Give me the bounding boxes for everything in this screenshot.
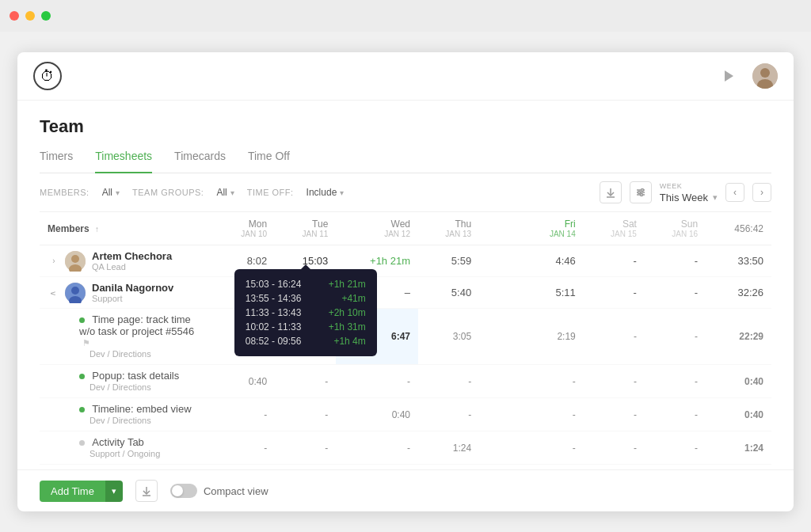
table-row: Popup: task details Dev / Directions 0:4… [40, 365, 771, 398]
prev-week-button[interactable]: ‹ [725, 183, 744, 202]
members-column-header: Members ↑ [40, 212, 214, 245]
svg-marker-0 [725, 70, 733, 82]
task-dot [79, 374, 85, 379]
mon-column-header: Mon JAN 10 [214, 212, 275, 245]
danila-fri: 5:11 [479, 277, 584, 309]
export-button[interactable] [135, 480, 158, 502]
app-logo: ⏱ [33, 62, 62, 90]
danila-thu: 5:40 [418, 277, 479, 309]
tab-timeoff[interactable]: Time Off [248, 150, 290, 173]
week-chevron-icon: ▾ [713, 192, 718, 203]
app-container: ⏱ Team [0, 32, 811, 532]
member-info: Danila Nagornov Support [92, 282, 173, 303]
task-cell: Activity Tab Support / Ongoing [40, 431, 214, 465]
maximize-btn[interactable] [41, 11, 51, 21]
minimize-btn[interactable] [25, 11, 35, 21]
top-bar: ⏱ [17, 52, 794, 101]
danila-sun: - [645, 277, 706, 309]
add-time-button[interactable]: Add Time [40, 481, 105, 502]
task-cell: Popup: task details Dev / Directions [40, 365, 214, 398]
time-tooltip: 15:03 - 16:24+1h 21m 13:55 - 14:36+41m 1… [234, 269, 377, 356]
artem-thu: 5:59 [418, 245, 479, 277]
timeoff-chevron-icon: ▾ [340, 188, 344, 197]
member-info: Artem Chechora QA Lead [92, 250, 172, 272]
svg-point-15 [71, 287, 79, 294]
task-cell: Timeline: embed view Dev / Directions [40, 398, 214, 431]
filters-right: WEEK This Week ▾ ‹ › [600, 181, 771, 203]
play-button[interactable] [718, 65, 740, 87]
add-time-dropdown-button[interactable]: ▾ [105, 481, 123, 502]
artem-tue: 15:03 15:03 - 16:24+1h 21m 13:55 - 14:36… [275, 245, 336, 277]
wed-column-header: Wed JAN 12 [336, 212, 418, 245]
members-filter-label: MEMBERS: [40, 188, 89, 197]
artem-fri: 4:46 [479, 245, 584, 277]
groups-filter-label: TEAM GROUPS: [132, 188, 204, 197]
timer-icon: ⏱ [40, 68, 55, 85]
main-window: ⏱ Team [17, 52, 794, 511]
member-cell: › Artem Chechora [40, 245, 214, 277]
danila-sat: - [584, 277, 645, 309]
task-dot [79, 317, 85, 323]
tue-column-header: Tue JAN 11 [275, 212, 336, 245]
tab-timers[interactable]: Timers [40, 150, 73, 173]
download-button[interactable] [600, 181, 622, 203]
members-filter-select[interactable]: All ▾ [102, 187, 120, 198]
expand-icon[interactable]: ∨ [48, 287, 60, 299]
svg-point-2 [760, 68, 770, 78]
member-cell: ∨ Danila Nagornov [40, 277, 214, 309]
titlebar [0, 0, 811, 32]
add-time-wrapper: Add Time ▾ [40, 481, 123, 502]
members-chevron-icon: ▾ [116, 188, 120, 197]
table-row: Timeline: embed view Dev / Directions - … [40, 398, 771, 431]
svg-point-9 [638, 192, 640, 194]
toggle-knob [172, 485, 183, 496]
table-row: ∨ Danila Nagornov [40, 277, 771, 309]
task-dot [79, 440, 85, 446]
bottom-bar: Add Time ▾ Compact view [17, 469, 794, 511]
fri-column-header: Fri JAN 14 [479, 212, 584, 245]
toggle-switch[interactable] [170, 484, 197, 498]
tab-timecards[interactable]: Timecards [174, 150, 226, 173]
top-right-controls [718, 63, 778, 89]
svg-point-12 [71, 255, 79, 263]
task-dot [79, 407, 85, 412]
close-btn[interactable] [10, 11, 19, 21]
next-week-button[interactable]: › [752, 183, 771, 202]
settings-filter-button[interactable] [630, 181, 652, 203]
artem-sun: - [645, 245, 706, 277]
sat-column-header: Sat JAN 15 [584, 212, 645, 245]
artem-sat: - [584, 245, 645, 277]
compact-view-toggle[interactable]: Compact view [170, 484, 268, 498]
table-row: Time page: track time w/o task or projec… [40, 309, 771, 365]
svg-point-8 [641, 189, 643, 192]
page-title: Team [40, 116, 771, 137]
svg-point-10 [640, 194, 642, 196]
expand-icon[interactable]: › [48, 255, 60, 268]
compact-view-label: Compact view [204, 485, 268, 497]
task-flag-icon: ⚑ [82, 338, 90, 348]
danila-total: 32:26 [706, 277, 771, 309]
artem-total: 33:50 [706, 245, 771, 277]
groups-chevron-icon: ▾ [230, 188, 234, 197]
tabs-nav: Timers Timesheets Timecards Time Off [40, 150, 771, 173]
week-selector[interactable]: This Week ▾ [660, 192, 718, 203]
week-label-container: WEEK This Week ▾ [660, 182, 718, 203]
total-column-header: 456:42 [706, 212, 771, 245]
member-avatar [65, 251, 86, 272]
sun-column-header: Sun JAN 16 [645, 212, 706, 245]
table-row: › Artem Chechora [40, 245, 771, 277]
content-area: Team Timers Timesheets Timecards Time Of… [17, 101, 794, 469]
groups-filter-select[interactable]: All ▾ [216, 187, 234, 198]
member-avatar [65, 283, 86, 303]
thu-column-header: Thu JAN 13 [418, 212, 479, 245]
task-cell: Time page: track time w/o task or projec… [40, 309, 214, 365]
sort-icon: ↑ [95, 225, 99, 234]
table-row: Activity Tab Support / Ongoing - - - 1:2… [40, 431, 771, 465]
tab-timesheets[interactable]: Timesheets [95, 150, 152, 173]
avatar[interactable] [752, 63, 778, 89]
timeoff-filter-select[interactable]: Include ▾ [307, 187, 345, 198]
timesheet-table: Members ↑ Mon JAN 10 Tue JAN 11 Wed [40, 212, 771, 469]
timeoff-filter-label: TIME OFF: [247, 188, 294, 197]
filters-bar: MEMBERS: All ▾ TEAM GROUPS: All ▾ TIME O… [40, 173, 771, 212]
